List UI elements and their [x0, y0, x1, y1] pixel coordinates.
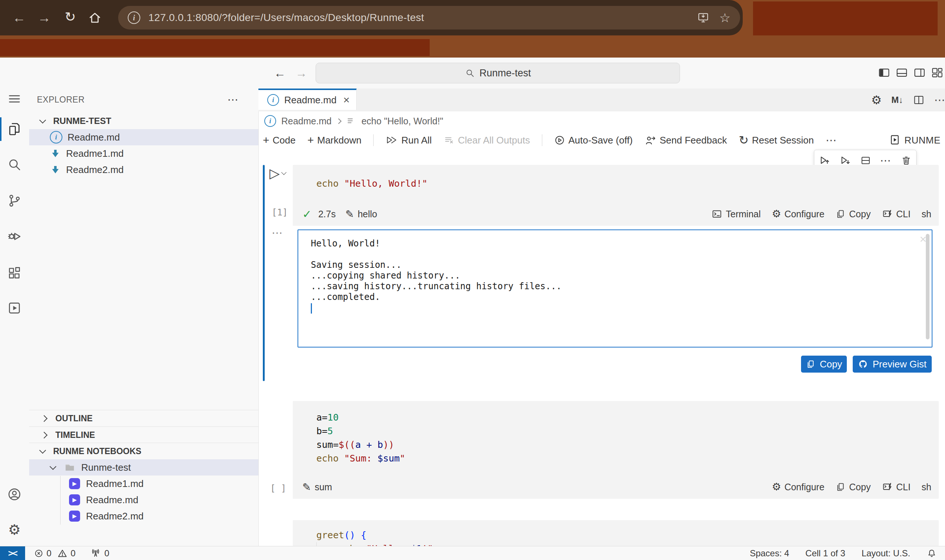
editor-back-button[interactable]: ← — [273, 66, 287, 80]
terminal-icon — [711, 208, 722, 220]
toggle-secondary-sidebar-icon[interactable] — [913, 66, 926, 79]
toggle-panel-icon[interactable] — [896, 66, 908, 79]
menu-hamburger-icon[interactable] — [7, 91, 22, 106]
delete-cell-icon[interactable] — [901, 155, 912, 166]
notebook-folder-row[interactable]: Runme-test — [29, 459, 258, 475]
bookmark-star-icon[interactable]: ☆ — [720, 11, 731, 24]
editor-forward-button[interactable]: → — [294, 66, 308, 80]
outline-section-row[interactable]: OUTLINE — [29, 410, 258, 426]
workspace-root-row[interactable]: RUNME-TEST — [29, 113, 258, 129]
notebook-file-row[interactable]: ▶ Readme2.md — [29, 508, 258, 524]
settings-gear-icon[interactable]: ⚙ — [7, 522, 22, 537]
reset-session-button[interactable]: ↻ Reset Session — [738, 134, 814, 146]
explorer-icon[interactable] — [7, 122, 22, 137]
ports-indicator[interactable]: 0 — [91, 548, 109, 558]
keyboard-layout-status[interactable]: Layout: U.S. — [862, 548, 910, 558]
browser-address-bar[interactable]: i 127.0.0.1:8080/?folder=/Users/macos/De… — [118, 6, 740, 29]
workspace-root-label: RUNME-TEST — [53, 116, 111, 126]
cli-icon — [882, 482, 893, 492]
cell-language[interactable]: sh — [922, 209, 931, 220]
terminal-action[interactable]: Terminal — [711, 208, 760, 220]
notifications-bell-icon[interactable] — [927, 548, 937, 558]
file-row-readme[interactable]: i Readme.md — [29, 129, 258, 145]
runme-brand-label: RUNME — [904, 135, 940, 146]
cli-action[interactable]: CLI — [882, 208, 911, 220]
split-editor-icon[interactable] — [913, 94, 925, 106]
search-sidebar-icon[interactable] — [7, 157, 22, 172]
notebook-file-row[interactable]: ▶ Readme.md — [29, 492, 258, 508]
cli-action[interactable]: CLI — [882, 482, 911, 492]
breadcrumb-cell[interactable]: echo "Hello, World!" — [361, 116, 443, 126]
account-icon[interactable] — [7, 487, 22, 502]
cell-name[interactable]: hello — [358, 209, 377, 220]
command-center[interactable]: Runme-test — [316, 63, 680, 83]
run-all-button[interactable]: Run All — [385, 135, 432, 146]
cell-output-terminal[interactable]: Hello, World! Saving session... ...copyi… — [298, 229, 933, 348]
install-app-icon[interactable] — [697, 11, 710, 25]
timeline-section-row[interactable]: TIMELINE — [29, 426, 258, 443]
search-icon — [465, 68, 475, 78]
toolbar-more-icon[interactable]: ⋯ — [826, 135, 837, 146]
run-options-chevron-icon[interactable] — [281, 170, 287, 175]
problems-indicator[interactable]: 0 0 — [34, 548, 76, 558]
copy-action[interactable]: Copy — [836, 209, 870, 220]
open-markdown-icon[interactable]: M↓ — [891, 95, 903, 105]
send-feedback-button[interactable]: Send Feedback — [644, 135, 727, 146]
remote-indicator[interactable]: >< — [0, 546, 25, 560]
preview-gist-button[interactable]: Preview Gist — [853, 355, 932, 372]
file-row-readme1[interactable]: Readme1.md — [29, 145, 258, 162]
cell-language[interactable]: sh — [922, 482, 931, 492]
tab-close-icon[interactable]: × — [343, 94, 350, 106]
code-cell-2[interactable]: a=10 b=5 sum=$((a + b)) echo "Sum: $sum"… — [293, 401, 939, 499]
file-label: Readme2.md — [66, 164, 124, 175]
runme-notebooks-section-row[interactable]: RUNME NOTEBOOKS — [29, 443, 258, 459]
cell-position-status[interactable]: Cell 1 of 3 — [805, 548, 845, 558]
notebook-file-row[interactable]: ▶ Readme1.md — [29, 475, 258, 492]
outline-label: OUTLINE — [55, 414, 92, 423]
github-octocat-icon — [858, 359, 868, 369]
notebook-settings-gear-icon[interactable]: ⚙ — [871, 94, 882, 106]
error-icon — [34, 549, 43, 558]
clear-outputs-icon — [444, 135, 455, 146]
breadcrumb-file[interactable]: Readme.md — [281, 116, 331, 126]
configure-action[interactable]: ⚙ Configure — [772, 209, 825, 220]
browser-back-button[interactable]: ← — [11, 9, 27, 26]
more-actions-icon[interactable]: ⋯ — [934, 94, 945, 106]
tab-readme[interactable]: i Readme.md × — [258, 89, 356, 110]
run-cell-button[interactable]: ▷ — [270, 167, 286, 180]
explorer-more-actions-icon[interactable]: ⋯ — [227, 94, 239, 105]
markdown-download-icon — [50, 164, 61, 175]
run-debug-icon[interactable] — [7, 229, 22, 244]
notebook-file-label: Readme2.md — [86, 511, 143, 522]
pencil-icon[interactable]: ✎ — [302, 481, 311, 493]
output-collapse-indicator[interactable]: ⋯ — [272, 227, 284, 238]
configure-action[interactable]: ⚙ Configure — [772, 482, 825, 492]
notebook-file-label: Readme.md — [86, 494, 139, 506]
auto-save-button[interactable]: Auto-Save (off) — [554, 135, 633, 146]
file-row-readme2[interactable]: Readme2.md — [29, 162, 258, 178]
add-code-button[interactable]: +Code — [263, 134, 296, 146]
cell-name[interactable]: sum — [314, 482, 332, 492]
browser-forward-button[interactable]: → — [36, 9, 52, 26]
output-scrollbar[interactable] — [926, 234, 930, 339]
cell-more-icon[interactable]: ⋯ — [880, 155, 892, 166]
pencil-icon[interactable]: ✎ — [345, 208, 354, 220]
site-info-icon[interactable]: i — [128, 11, 140, 24]
copy-icon — [836, 482, 846, 492]
source-control-icon[interactable] — [7, 193, 22, 208]
code-cell-3[interactable]: greet() { echo "Hello, $1!" — [293, 520, 939, 546]
split-cell-icon[interactable] — [860, 155, 871, 166]
add-markdown-button[interactable]: +Markdown — [307, 134, 361, 146]
copy-output-button[interactable]: Copy — [801, 355, 847, 372]
browser-home-button[interactable] — [88, 11, 102, 25]
url-text[interactable]: 127.0.0.1:8080/?folder=/Users/macos/Desk… — [148, 12, 424, 24]
indentation-status[interactable]: Spaces: 4 — [750, 548, 789, 558]
code-cell-1[interactable]: echo "Hello, World!" ✓ 2.7s ✎ hello Term… — [293, 165, 939, 226]
cell-status-bar: ✎ sum ⚙ Configure Copy CLI sh — [302, 479, 931, 495]
extensions-icon[interactable] — [7, 266, 22, 280]
copy-action[interactable]: Copy — [836, 482, 870, 492]
browser-reload-button[interactable]: ↻ — [62, 9, 78, 25]
runme-sidebar-icon[interactable] — [7, 301, 22, 315]
customize-layout-icon[interactable] — [931, 66, 943, 79]
toggle-sidebar-icon[interactable] — [878, 66, 890, 79]
